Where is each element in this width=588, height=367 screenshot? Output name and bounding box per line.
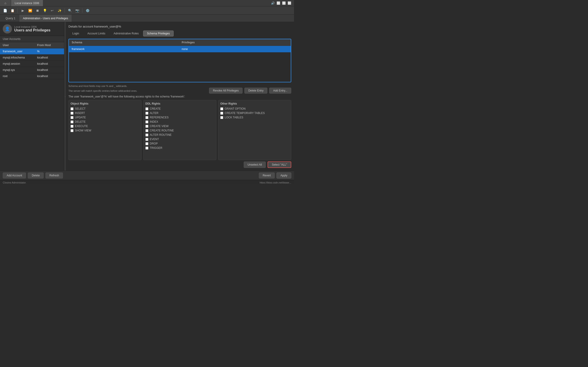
privileges-col-header: Privileges — [180, 40, 291, 45]
bottom-left-buttons: Add Account Delete Refresh — [3, 173, 63, 178]
checkbox-delete[interactable]: DELETE — [70, 120, 139, 123]
accounts-table-header: User From Host — [0, 42, 64, 48]
checkbox-lock-tables[interactable]: LOCK TABLES — [220, 116, 289, 119]
object-rights-title: Object Rights — [70, 102, 139, 105]
run-all-icon[interactable]: ⏩ — [27, 7, 33, 14]
checkbox-alter-routine[interactable]: ALTER ROUTINE — [145, 133, 214, 136]
add-account-button[interactable]: Add Account — [3, 173, 26, 178]
refresh-button[interactable]: Refresh — [45, 173, 63, 178]
revert-button[interactable]: Revert — [259, 173, 275, 178]
checkbox-create-temp-tables-input[interactable] — [220, 112, 223, 115]
checkbox-event-input[interactable] — [145, 138, 148, 141]
checkbox-update[interactable]: UPDATE — [70, 116, 139, 119]
checkbox-insert-input[interactable] — [70, 112, 73, 115]
select-all-button[interactable]: Select "ALL" — [268, 161, 291, 168]
checkbox-lock-tables-input[interactable] — [220, 116, 223, 119]
instance-tab[interactable]: Local instance 3306 — [11, 0, 43, 6]
account-row-root[interactable]: root localhost — [0, 73, 64, 79]
col-host-header: From Host — [35, 43, 64, 47]
checkbox-drop-input[interactable] — [145, 142, 148, 145]
checkbox-create-routine[interactable]: CREATE ROUTINE — [145, 129, 214, 132]
run-icon[interactable]: ▶ — [19, 7, 26, 14]
sidebar-spacer — [0, 79, 64, 171]
checkbox-alter-input[interactable] — [145, 112, 148, 115]
checkbox-trigger-input[interactable] — [145, 147, 148, 150]
checkbox-select-input[interactable] — [70, 107, 73, 110]
checkbox-index-input[interactable] — [145, 120, 148, 123]
checkbox-update-input[interactable] — [70, 116, 73, 119]
tab-account-limits[interactable]: Account Limits — [83, 31, 109, 36]
wrap-icon[interactable]: ↩ — [49, 7, 55, 14]
checkbox-show-view-label: SHOW VIEW — [75, 129, 91, 132]
apply-button[interactable]: Apply — [277, 173, 291, 178]
privileges-cell-none: none — [180, 47, 291, 51]
checkbox-create-input[interactable] — [145, 107, 148, 110]
schema-table-header: Schema Privileges — [69, 39, 291, 46]
checkbox-execute[interactable]: EXECUTE — [70, 125, 139, 128]
toolbar-separator-3 — [82, 8, 82, 13]
settings-icon[interactable]: ⚙️ — [84, 7, 91, 14]
account-row-framework-user[interactable]: framework_user % — [0, 48, 64, 55]
checkbox-create-view-label: CREATE VIEW — [150, 125, 169, 128]
checkbox-create-routine-input[interactable] — [145, 129, 148, 132]
tab-schema-privileges-label: Schema Privileges — [147, 32, 170, 35]
detail-tabs: Login Account Limits Administrative Role… — [69, 31, 291, 36]
checkbox-delete-input[interactable] — [70, 120, 73, 123]
checkbox-alter-routine-input[interactable] — [145, 133, 148, 136]
account-host-root: localhost — [35, 74, 64, 78]
new-file-icon[interactable]: 📄 — [2, 7, 8, 14]
stop-icon[interactable]: ⏹ — [34, 7, 41, 14]
explain-icon[interactable]: 💡 — [42, 7, 48, 14]
checkbox-grant-option[interactable]: GRANT OPTION — [220, 107, 289, 110]
checkbox-index[interactable]: INDEX — [145, 120, 214, 123]
checkbox-select[interactable]: SELECT — [70, 107, 139, 110]
checkbox-create-view-input[interactable] — [145, 125, 148, 128]
checkbox-trigger[interactable]: TRIGGER — [145, 146, 214, 150]
checkbox-grant-option-label: GRANT OPTION — [225, 107, 246, 110]
access-desc: The user 'framework_user'@'%' will have … — [69, 95, 291, 98]
home-button[interactable]: ⌂ — [0, 0, 11, 6]
schema-row-framework[interactable]: framework none — [69, 46, 291, 52]
tab-login-label: Login — [72, 32, 79, 35]
checkbox-references-input[interactable] — [145, 116, 148, 119]
checkbox-alter[interactable]: ALTER — [145, 111, 214, 115]
checkbox-create[interactable]: CREATE — [145, 107, 214, 110]
unselect-all-button[interactable]: Unselect All — [244, 161, 266, 168]
account-row-mysql-session[interactable]: mysql.session localhost — [0, 61, 64, 67]
revoke-all-privileges-button[interactable]: Revoke All Privileges — [209, 88, 242, 94]
checkbox-show-view[interactable]: SHOW VIEW — [70, 129, 139, 132]
checkbox-show-view-input[interactable] — [70, 129, 73, 132]
checkbox-event[interactable]: EVENT — [145, 138, 214, 141]
account-user-root: root — [0, 74, 35, 78]
checkbox-create-temp-tables[interactable]: CREATE TEMPORARY TABLES — [220, 111, 289, 115]
checkbox-create-view[interactable]: CREATE VIEW — [145, 125, 214, 128]
account-user-mysql-session: mysql.session — [0, 62, 35, 66]
checkbox-insert[interactable]: INSERT — [70, 111, 139, 115]
tab-login[interactable]: Login — [69, 31, 83, 36]
account-host-mysql-session: localhost — [35, 62, 64, 66]
wildcard-note: Schema and Host fields may use % and _ w… — [69, 84, 137, 94]
tab-query1[interactable]: Query 1 — [2, 15, 19, 22]
account-row-mysql-sys[interactable]: mysql.sys localhost — [0, 67, 64, 73]
open-file-icon[interactable]: 📋 — [9, 7, 16, 14]
add-entry-button[interactable]: Add Entry... — [269, 88, 291, 94]
tab-admin-users[interactable]: Administration - Users and Privileges — [19, 15, 72, 22]
bottom-bar: Add Account Delete Refresh Revert Apply — [0, 171, 294, 180]
checkbox-create-temp-tables-label: CREATE TEMPORARY TABLES — [225, 111, 265, 115]
checkbox-execute-input[interactable] — [70, 125, 73, 128]
checkbox-references[interactable]: REFERENCES — [145, 116, 214, 119]
account-row-mysql-infoschema[interactable]: mysql.infoschema localhost — [0, 55, 64, 61]
search-icon[interactable]: 🔍 — [67, 7, 73, 14]
beautify-icon[interactable]: ✨ — [56, 7, 63, 14]
inspect-icon[interactable]: 📷 — [74, 7, 80, 14]
main-layout: 👤 Local instance 3306 Users and Privileg… — [0, 22, 294, 171]
rights-container: Object Rights SELECT INSERT UPDATE DELET… — [69, 100, 291, 160]
entry-buttons: Revoke All Privileges Delete Entry Add E… — [209, 88, 291, 94]
tab-schema-privileges[interactable]: Schema Privileges — [143, 31, 174, 36]
checkbox-grant-option-input[interactable] — [220, 107, 223, 110]
bottom-right-buttons: Revert Apply — [259, 173, 291, 178]
delete-entry-button[interactable]: Delete Entry — [244, 88, 267, 94]
tab-admin-roles[interactable]: Administrative Roles — [110, 31, 142, 36]
checkbox-drop[interactable]: DROP — [145, 142, 214, 145]
delete-button[interactable]: Delete — [28, 173, 44, 178]
